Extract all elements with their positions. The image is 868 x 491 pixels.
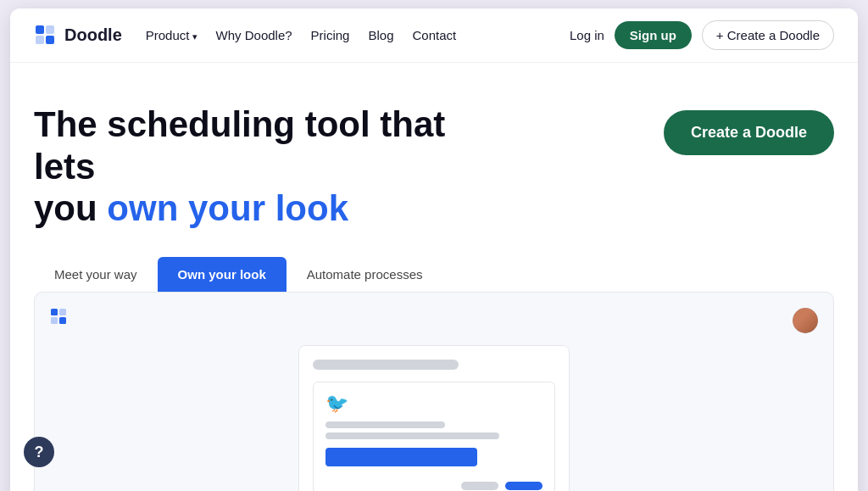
signup-button[interactable]: Sign up — [615, 21, 692, 49]
preview-bottom-row — [326, 482, 542, 491]
preview-container: 🐦 — [34, 292, 834, 491]
hero-title-line1: The scheduling tool that lets — [34, 103, 475, 187]
preview-text-line-2 — [326, 432, 499, 439]
hero-title-highlight: own your look — [107, 188, 348, 228]
hero-title-plain: you — [34, 188, 107, 228]
tabs-section: Meet your way Own your look Automate pro… — [10, 230, 858, 292]
preview-blue-block — [326, 448, 477, 466]
user-avatar — [793, 308, 818, 333]
hero-text: The scheduling tool that lets you own yo… — [34, 103, 475, 230]
nav-right: Log in Sign up + Create a Doodle — [570, 20, 834, 50]
nav-link-blog[interactable]: Blog — [368, 28, 393, 42]
preview-text-lines — [326, 421, 542, 439]
hero-title-line2: you own your look — [34, 187, 475, 230]
preview-inner-card: 🐦 — [313, 382, 555, 491]
tab-own-your-look[interactable]: Own your look — [158, 257, 287, 292]
create-doodle-nav-button[interactable]: + Create a Doodle — [702, 20, 834, 50]
login-button[interactable]: Log in — [570, 28, 604, 42]
svg-rect-0 — [36, 25, 44, 34]
help-button[interactable]: ? — [24, 437, 54, 467]
nav-link-product[interactable]: Product — [146, 28, 198, 42]
svg-rect-2 — [36, 36, 44, 44]
bird-icon: 🐦 — [326, 393, 348, 415]
browser-window: Doodle Product Why Doodle? Pricing Blog … — [10, 8, 858, 491]
tab-automate-processes[interactable]: Automate processes — [287, 257, 443, 292]
nav-left: Doodle Product Why Doodle? Pricing Blog … — [34, 24, 456, 47]
hero-create-doodle-button[interactable]: Create a Doodle — [664, 110, 834, 155]
nav-link-contact[interactable]: Contact — [412, 28, 456, 42]
svg-rect-5 — [59, 309, 66, 315]
logo-text: Doodle — [64, 25, 122, 45]
svg-rect-3 — [46, 36, 54, 44]
preview-card-outer: 🐦 — [298, 345, 570, 491]
tabs: Meet your way Own your look Automate pro… — [34, 257, 834, 292]
svg-rect-4 — [51, 309, 58, 315]
doodle-logo-icon — [34, 24, 58, 47]
preview-doodle-icon — [50, 308, 69, 326]
preview-text-line-1 — [326, 421, 445, 428]
preview-confirm-btn — [505, 482, 542, 490]
preview-icon-row: 🐦 — [326, 393, 542, 415]
avatar-image — [793, 308, 818, 333]
preview-title-bar — [313, 360, 459, 370]
preview-cancel-btn — [461, 482, 498, 490]
svg-rect-1 — [46, 25, 54, 34]
tab-meet-your-way[interactable]: Meet your way — [34, 257, 158, 292]
svg-rect-6 — [51, 317, 58, 324]
hero-section: The scheduling tool that lets you own yo… — [10, 63, 858, 230]
nav-link-pricing[interactable]: Pricing — [311, 28, 350, 42]
preview-top-bar — [50, 308, 818, 333]
navbar: Doodle Product Why Doodle? Pricing Blog … — [10, 8, 858, 63]
preview-body: 🐦 — [50, 345, 818, 491]
svg-rect-7 — [59, 317, 66, 324]
nav-link-why-doodle[interactable]: Why Doodle? — [216, 28, 292, 42]
nav-links: Product Why Doodle? Pricing Blog Contact — [146, 28, 456, 42]
logo[interactable]: Doodle — [34, 24, 122, 47]
